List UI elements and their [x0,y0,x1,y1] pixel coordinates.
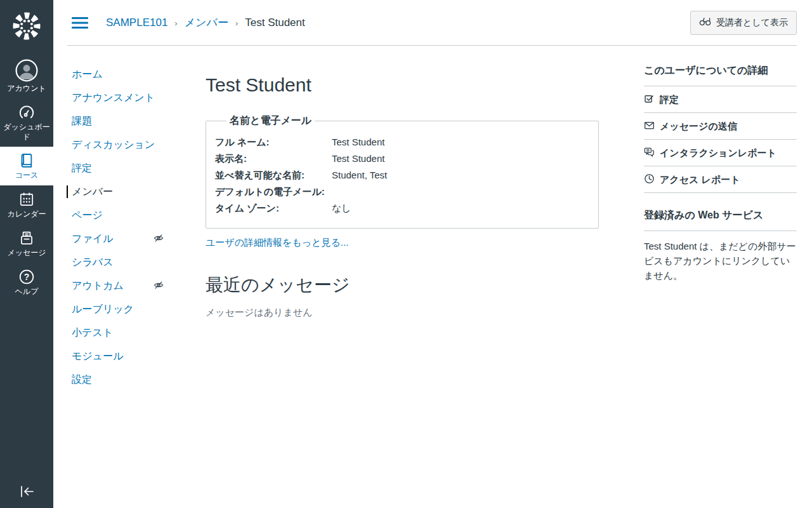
field-label: デフォルトの電子メール: [215,184,332,200]
collapse-sidebar-button[interactable] [0,481,53,504]
svg-text:?: ? [24,272,30,282]
course-nav-quizzes: 小テスト [72,326,206,339]
hamburger-icon[interactable] [70,15,89,30]
page: SAMPLE101 › メンバー › Test Student 受講者として表示 [53,0,812,397]
field-row-sortable-name: 並べ替え可能な名前: Student, Test [215,167,589,184]
global-nav-dashboard[interactable]: ダッシュボード [0,98,53,147]
breadcrumb-separator: › [174,17,177,28]
field-value: Test Student [332,134,384,150]
course-nav-grades: 評定 [72,162,206,175]
breadcrumb: SAMPLE101 › メンバー › Test Student [106,15,305,30]
course-nav-pages: ページ [72,209,206,222]
course-nav-settings: 設定 [72,373,206,386]
field-value: なし [332,200,351,217]
sidebar-link-send-message[interactable]: メッセージの送信 [644,113,797,140]
breadcrumb-members-link[interactable]: メンバー [185,15,228,30]
sidebar-link-label: アクセス レポート [660,174,740,186]
view-as-student-label: 受講者として表示 [716,17,788,29]
field-label: 並べ替え可能な名前: [215,167,332,184]
clock-icon [644,173,655,186]
global-nav-label: アカウント [7,84,46,93]
field-value: Test Student [332,150,384,167]
course-nav-assignments: 課題 [72,115,206,128]
canvas-logo-icon [10,10,43,45]
page-title: Test Student [206,74,599,97]
page-header: SAMPLE101 › メンバー › Test Student 受講者として表示 [53,0,812,45]
web-services-text: Test Student は、まだどの外部サービスもアカウントにリンクしていませ… [644,239,797,283]
speech-bubbles-icon [644,147,655,159]
courses-book-icon [18,152,35,169]
collapse-left-arrow-icon [18,485,35,500]
field-row-full-name: フル ネーム: Test Student [215,134,589,150]
global-nav-calendar[interactable]: カレンダー [0,185,53,224]
sidebar-link-label: メッセージの送信 [660,121,737,133]
global-nav: アカウント ダッシュボード コース [0,0,53,508]
global-nav-account[interactable]: アカウント [0,53,53,98]
name-email-fieldset: 名前と電子メール フル ネーム: Test Student 表示名: Test … [206,114,599,229]
field-label: フル ネーム: [215,134,332,150]
recent-messages-heading: 最近のメッセージ [206,274,599,296]
no-messages-text: メッセージはありません [206,307,599,319]
sidebar-link-label: 評定 [660,94,679,106]
sidebar-link-interactions-report[interactable]: インタラクションレポート [644,140,797,166]
global-nav-label: ヘルプ [15,287,39,297]
glasses-icon [699,17,711,28]
global-nav-help[interactable]: ? ヘルプ [0,263,53,302]
global-nav-label: メッセージ [7,248,46,258]
course-nav: ホーム アナウンスメント 課題 ディスカッション 評定 メンバー ページ ファイ… [53,46,206,397]
field-label: 表示名: [215,150,332,167]
global-nav-courses[interactable]: コース [0,147,53,185]
course-nav-announcements: アナウンスメント [72,91,206,104]
course-nav-home: ホーム [72,68,206,81]
web-services-heading: 登録済みの Web サービス [644,209,797,231]
global-nav-label: カレンダー [7,210,46,219]
course-nav-modules: モジュール [72,350,206,363]
field-row-time-zone: タイム ゾーン: なし [215,200,589,217]
field-row-display-name: 表示名: Test Student [215,150,589,167]
global-nav-label: ダッシュボード [1,123,52,142]
course-nav-people-active: メンバー [72,185,206,198]
help-icon: ? [18,269,35,285]
field-label: タイム ゾーン: [215,200,332,217]
global-nav-label: コース [15,171,39,180]
view-as-student-button[interactable]: 受講者として表示 [690,11,797,35]
sidebar-link-interactions-item: インタラクションレポート [644,140,797,166]
canvas-logo[interactable] [0,0,53,53]
main-content: Test Student 名前と電子メール フル ネーム: Test Stude… [206,46,599,319]
field-value: Student, Test [332,167,387,184]
sidebar-link-label: インタラクションレポート [660,147,776,159]
right-sidebar: このユーザについての詳細 評定 [644,46,812,283]
field-row-default-email: デフォルトの電子メール: [215,184,589,200]
sidebar-link-access-report[interactable]: アクセス レポート [644,166,797,193]
sidebar-link-access-item: アクセス レポート [644,166,797,193]
more-user-details-link[interactable]: ユーザの詳細情報をもっと見る... [206,237,348,249]
user-details-heading: このユーザについての詳細 [644,64,797,86]
inbox-icon [18,230,35,246]
gradebook-check-icon [644,93,655,106]
eye-slash-icon [154,233,164,246]
course-nav-rubrics: ルーブリック [72,303,206,316]
envelope-icon [644,120,655,133]
breadcrumb-current: Test Student [245,17,305,29]
breadcrumb-course-link[interactable]: SAMPLE101 [106,17,167,29]
breadcrumb-separator: › [235,17,238,28]
eye-slash-icon [154,280,164,293]
dashboard-gauge-icon [18,104,35,121]
global-nav-inbox[interactable]: メッセージ [0,224,53,263]
course-nav-files: ファイル [72,232,206,245]
user-icon [15,59,38,82]
fieldset-legend: 名前と電子メール [226,114,315,128]
sidebar-link-send-message-item: メッセージの送信 [644,113,797,140]
course-nav-syllabus: シラバス [72,256,206,269]
sidebar-link-grades-item: 評定 [644,86,797,113]
course-nav-outcomes: アウトカム [72,279,206,292]
course-nav-discussions: ディスカッション [72,138,206,151]
calendar-icon [18,191,35,208]
sidebar-link-grades[interactable]: 評定 [644,86,797,113]
